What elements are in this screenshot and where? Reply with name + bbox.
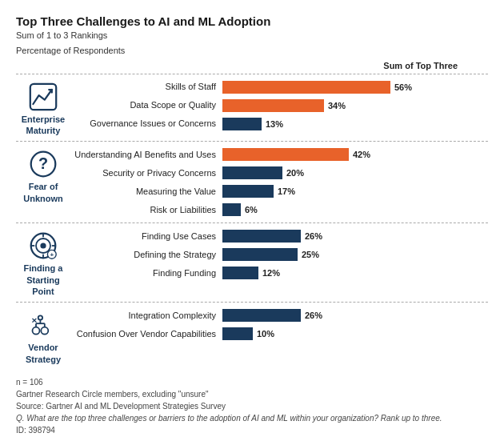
column-header: Sum of Top Three <box>383 61 458 70</box>
footer-line1: Gartner Research Circle members, excludi… <box>16 388 488 400</box>
bar-value: 25% <box>302 250 319 259</box>
bar-label: Integration Complexity <box>70 311 222 321</box>
bar-track: 25% <box>222 248 488 261</box>
bar-label: Skills of Staff <box>70 82 222 92</box>
bar-label: Governance Issues or Concerns <box>70 118 222 129</box>
sections-container: Enterprise MaturitySkills of Staff56%Dat… <box>16 74 488 370</box>
footer: n = 106 Gartner Research Circle members,… <box>16 376 488 436</box>
bar-fill <box>222 230 301 243</box>
footer-line2: Source: Gartner AI and ML Development St… <box>16 400 488 412</box>
bar-track: 56% <box>222 81 488 94</box>
section-vendor-strategy: × Vendor StrategyIntegration Complexity2… <box>16 302 488 370</box>
bar-track: 17% <box>222 185 488 198</box>
bar-fill <box>222 99 324 112</box>
bar-row: Data Scope or Quality34% <box>70 98 488 114</box>
bar-label: Security or Privacy Concerns <box>70 168 222 178</box>
bar-row: Integration Complexity26% <box>70 307 488 323</box>
section-label-finding-starting-point: Finding a Starting Point <box>16 263 70 297</box>
bar-track: 13% <box>222 118 488 130</box>
bar-row: Governance Issues or Concerns13% <box>70 116 488 132</box>
bars-vendor-strategy: Integration Complexity26%Confusion Over … <box>70 307 488 342</box>
bar-row: Risk or Liabilities6% <box>70 202 488 218</box>
bar-label: Finding Use Cases <box>70 231 222 242</box>
bar-fill <box>222 327 253 340</box>
bar-label: Risk or Liabilities <box>70 205 222 215</box>
bar-track: 6% <box>222 203 488 216</box>
bar-track: 26% <box>222 230 488 243</box>
bar-label: Confusion Over Vendor Capabilities <box>70 329 222 339</box>
bar-row: Confusion Over Vendor Capabilities10% <box>70 326 488 342</box>
bar-fill <box>222 267 258 279</box>
svg-point-13 <box>33 327 40 335</box>
bar-track: 34% <box>222 99 488 112</box>
bar-row: Measuring the Value17% <box>70 183 488 199</box>
bars-enterprise-maturity: Skills of Staff56%Data Scope or Quality3… <box>70 79 488 132</box>
bar-fill <box>222 248 298 261</box>
section-label-enterprise-maturity: Enterprise Maturity <box>22 114 65 137</box>
bar-label: Defining the Strategy <box>70 250 222 260</box>
bar-track: 12% <box>222 267 488 279</box>
bar-value: 17% <box>278 186 295 196</box>
section-icon-enterprise-maturity: Enterprise Maturity <box>16 79 70 137</box>
section-finding-starting-point: + Finding a Starting PointFinding Use Ca… <box>16 222 488 302</box>
svg-text:+: + <box>50 252 54 259</box>
section-icon-vendor-strategy: × Vendor Strategy <box>16 307 70 365</box>
bar-fill <box>222 185 274 198</box>
section-icon-finding-starting-point: + Finding a Starting Point <box>16 228 70 297</box>
svg-point-14 <box>41 327 48 335</box>
bar-value: 56% <box>394 82 412 92</box>
bar-row: Finding Funding12% <box>70 265 488 281</box>
bar-label: Understanding AI Benefits and Uses <box>70 150 222 160</box>
bar-fill <box>222 166 282 179</box>
chart-title: Top Three Challenges to AI and ML Adopti… <box>16 14 488 28</box>
bar-value: 6% <box>245 205 258 214</box>
bar-fill <box>222 148 349 161</box>
bar-value: 42% <box>353 150 370 159</box>
bar-value: 34% <box>328 101 346 110</box>
svg-point-5 <box>40 243 46 249</box>
chart-subtitle-2: Percentage of Respondents <box>16 45 488 57</box>
bar-value: 20% <box>286 168 304 178</box>
footer-line3: Q. What are the top three challenges or … <box>16 414 442 423</box>
bar-track: 20% <box>222 166 488 179</box>
chart-subtitle-1: Sum of 1 to 3 Rankings <box>16 30 488 42</box>
section-enterprise-maturity: Enterprise MaturitySkills of Staff56%Dat… <box>16 74 488 142</box>
bar-value: 12% <box>262 268 280 278</box>
footer-id: ID: 398794 <box>16 424 488 436</box>
bar-row: Defining the Strategy25% <box>70 247 488 263</box>
bar-value: 26% <box>305 231 322 241</box>
footer-n: n = 106 <box>16 376 488 388</box>
bar-row: Security or Privacy Concerns20% <box>70 165 488 181</box>
section-label-fear-of-unknown: Fear of Unknown <box>23 181 63 204</box>
bar-fill <box>222 203 241 216</box>
bar-value: 26% <box>305 311 322 320</box>
bar-label: Measuring the Value <box>70 186 222 197</box>
bar-track: 26% <box>222 309 488 322</box>
bars-finding-starting-point: Finding Use Cases26%Defining the Strateg… <box>70 228 488 281</box>
bar-row: Skills of Staff56% <box>70 79 488 95</box>
bar-value: 10% <box>257 329 274 339</box>
svg-rect-0 <box>30 84 56 110</box>
bar-track: 42% <box>222 148 488 161</box>
bar-row: Finding Use Cases26% <box>70 228 488 244</box>
section-fear-of-unknown: ? Fear of UnknownUnderstanding AI Benefi… <box>16 141 488 222</box>
bars-fear-of-unknown: Understanding AI Benefits and Uses42%Sec… <box>70 146 488 218</box>
bar-value: 13% <box>266 119 283 129</box>
bar-track: 10% <box>222 327 488 340</box>
svg-point-19 <box>38 316 42 320</box>
bar-fill <box>222 118 262 130</box>
bar-label: Finding Funding <box>70 268 222 279</box>
section-label-vendor-strategy: Vendor Strategy <box>26 342 61 365</box>
bar-fill <box>222 81 390 94</box>
bar-fill <box>222 309 301 322</box>
svg-text:?: ? <box>38 155 48 173</box>
section-icon-fear-of-unknown: ? Fear of Unknown <box>16 146 70 204</box>
bar-label: Data Scope or Quality <box>70 100 222 110</box>
bar-row: Understanding AI Benefits and Uses42% <box>70 146 488 162</box>
